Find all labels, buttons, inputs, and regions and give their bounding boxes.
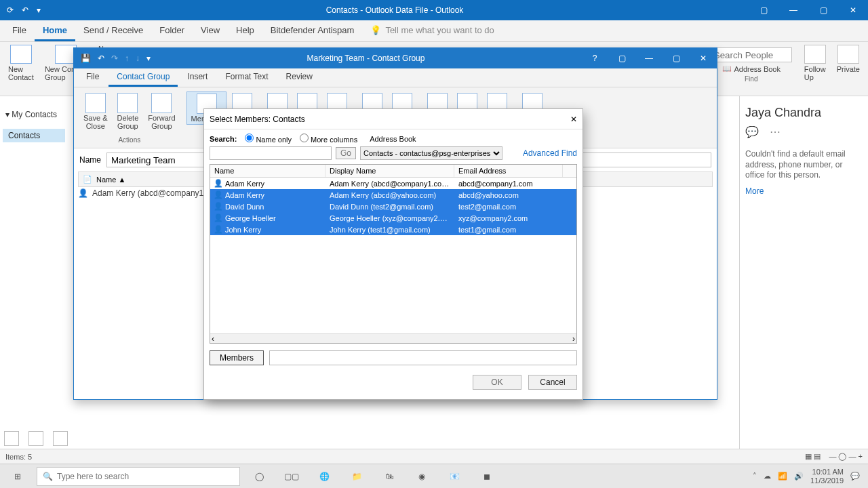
sm-result-row[interactable]: 👤George HoellerGeorge Hoeller (xyz@compa… [210,212,576,224]
ribbon-group-find: Find [745,75,757,83]
col-name[interactable]: Name [210,165,326,177]
sm-grid-body[interactable]: 👤Adam KerryAdam Kerry (abcd@company1.com… [210,178,576,333]
cg-tab-review[interactable]: Review [278,68,321,87]
cg-tab-format-text[interactable]: Format Text [217,68,276,87]
tab-help[interactable]: Help [228,20,262,41]
sm-address-book-select[interactable]: Contacts - contactus@psg-enterprises.com [360,146,502,160]
sm-close-button[interactable]: ✕ [570,115,577,124]
sm-ab-label: Address Book [370,135,416,143]
nav-contacts[interactable]: Contacts [3,129,65,142]
private-button[interactable]: Private [834,45,863,73]
sm-more-columns-radio[interactable]: More columns [300,134,357,144]
store-icon[interactable]: 🛍 [376,467,403,486]
cg-up-icon[interactable]: ↑ [125,54,129,63]
address-book-button[interactable]: 📖 Address Book [722,64,781,73]
tab-home[interactable]: Home [35,20,75,41]
cg-maximize-button[interactable]: ▢ [663,48,690,68]
close-button[interactable]: ✕ [838,0,868,20]
cg-present-icon[interactable]: ▢ [608,48,635,68]
forward-group-button[interactable]: Forward Group [144,92,179,131]
system-tray[interactable]: ˄ ☁ 📶 🔊 10:01 AM 11/3/2019 💬 [753,468,864,484]
tray-wifi-icon[interactable]: 📶 [778,472,787,481]
outlook-taskbar-icon[interactable]: 📧 [441,467,468,486]
tab-bitdefender[interactable]: Bitdefender Antispam [262,20,363,41]
tray-cloud-icon[interactable]: ☁ [764,472,771,481]
contact-name: Jaya Chandra [745,106,863,125]
minimize-button[interactable]: — [778,0,808,20]
tell-me[interactable]: 💡Tell me what you want to do [362,20,502,41]
cg-titlebar: 💾 ↶ ↷ ↑ ↓ ▾ Marketing Team - Contact Gro… [74,48,717,68]
cg-title: Marketing Team - Contact Group [151,54,581,63]
follow-up-button[interactable]: Follow Up [802,45,829,81]
tab-folder[interactable]: Folder [151,20,193,41]
sm-go-button[interactable]: Go [336,147,356,159]
refresh-icon[interactable]: ⟳ [7,5,14,15]
cortana-icon[interactable]: ◯ [245,467,273,486]
sm-result-row[interactable]: 👤David DunnDavid Dunn (test2@gmail.com)t… [210,201,576,212]
ribbon-find-group: 📖 Address Book Find [707,45,796,85]
cg-minimize-button[interactable]: — [635,48,663,68]
win-present-icon[interactable]: ▢ [749,0,778,20]
contact-note: Couldn't find a default email address, p… [745,149,863,181]
cg-tab-contact-group[interactable]: Contact Group [108,68,178,87]
sm-ok-button[interactable]: OK [473,375,521,390]
zoom-slider[interactable]: — ◯ — + [829,452,863,461]
sm-result-row[interactable]: 👤John KerryJohn Kerry (test1@gmail.com)t… [210,224,576,235]
save-close-button[interactable]: Save & Close [79,92,111,131]
sm-result-row[interactable]: 👤Adam KerryAdam Kerry (abcd@company1.com… [210,178,576,189]
cg-tab-file[interactable]: File [78,68,107,87]
recorder-icon[interactable]: ◼ [473,467,500,486]
cg-redo-icon[interactable]: ↷ [111,54,118,63]
cg-help-button[interactable]: ? [581,48,608,68]
more-link[interactable]: More [745,186,863,196]
maximize-button[interactable]: ▢ [808,0,838,20]
view-icons[interactable]: ▦ ▤ [805,452,821,461]
tab-view[interactable]: View [193,20,228,41]
search-people-input[interactable] [711,47,792,62]
sm-cancel-button[interactable]: Cancel [528,375,577,390]
task-view-icon[interactable]: ▢▢ [278,467,305,486]
taskbar-search[interactable]: 🔍 Type here to search [37,467,240,486]
status-items: Items: 5 [5,453,32,461]
explorer-icon[interactable]: 📁 [343,467,370,486]
tray-sound-icon[interactable]: 🔊 [794,472,804,481]
tray-up-icon[interactable]: ˄ [753,472,757,481]
calendar-module-icon[interactable] [28,431,43,446]
nav-my-contacts[interactable]: ▾ My Contacts [3,100,65,129]
status-bar: Items: 5 ▦ ▤ — ◯ — + [0,449,868,464]
edge-icon[interactable]: 🌐 [311,467,338,486]
cg-group-actions: Actions [118,136,140,144]
sm-advanced-find-link[interactable]: Advanced Find [523,148,577,158]
tray-notifications-icon[interactable]: 💬 [850,472,860,481]
sm-h-scrollbar[interactable]: ‹› [210,333,576,343]
tab-send-receive[interactable]: Send / Receive [75,20,151,41]
tab-file[interactable]: File [4,20,35,41]
tray-clock[interactable]: 10:01 AM 11/3/2019 [810,468,844,484]
start-button[interactable]: ⊞ [4,467,31,486]
new-contact-button[interactable]: New Contact [5,45,37,81]
col-email[interactable]: Email Address [454,165,563,177]
chrome-icon[interactable]: ◉ [408,467,435,486]
col-display[interactable]: Display Name [326,165,454,177]
cg-down-icon[interactable]: ↓ [136,54,140,63]
delete-group-button[interactable]: Delete Group [113,92,142,131]
cg-undo-icon[interactable]: ↶ [98,54,104,63]
contact-details-pane: Jaya Chandra 💬 ⋯ Couldn't find a default… [739,96,868,449]
nav-module-icons [4,431,68,446]
cg-close-button[interactable]: ✕ [690,48,717,68]
sm-name-only-radio[interactable]: Name only [245,134,292,144]
cg-save-icon[interactable]: 💾 [81,54,91,63]
cg-tabs: File Contact Group Insert Format Text Re… [74,68,717,87]
sm-members-button[interactable]: Members [210,350,264,365]
mail-module-icon[interactable] [4,431,19,446]
more-icon[interactable]: ⋯ [770,125,781,138]
left-nav: ▾ My Contacts Contacts [0,96,68,449]
people-module-icon[interactable] [53,431,68,446]
chat-icon[interactable]: 💬 [745,125,759,138]
cg-tab-insert[interactable]: Insert [179,68,216,87]
sm-search-input[interactable] [210,146,332,160]
sm-members-field[interactable] [269,350,577,365]
undo-icon[interactable]: ↶ [22,5,28,15]
sm-grid-header: Name Display Name Email Address [210,165,576,178]
sm-result-row[interactable]: 👤Adam KerryAdam Kerry (abcd@yahoo.com)ab… [210,189,576,201]
